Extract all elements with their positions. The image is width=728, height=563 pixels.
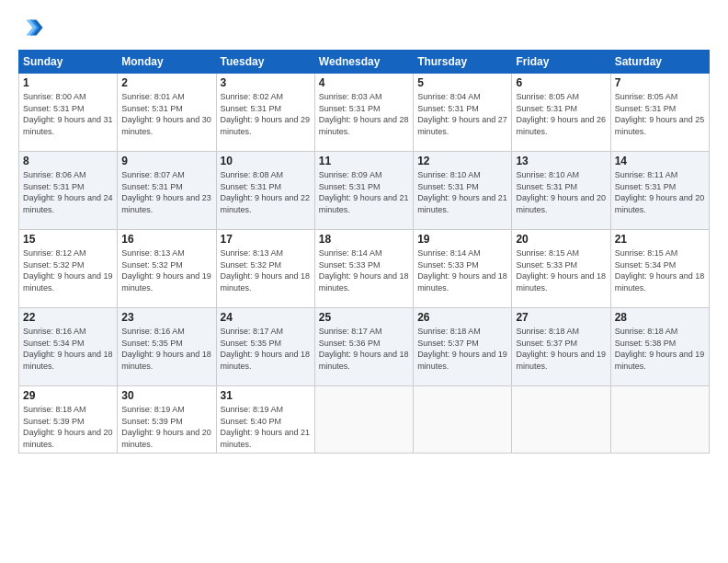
weekday-thursday: Thursday xyxy=(414,51,512,74)
day-info: Sunrise: 8:11 AM Sunset: 5:31 PM Dayligh… xyxy=(615,169,705,215)
day-number: 8 xyxy=(23,155,113,167)
day-number: 28 xyxy=(615,311,705,324)
calendar-body: 1 Sunrise: 8:00 AM Sunset: 5:31 PM Dayli… xyxy=(19,74,710,454)
day-info: Sunrise: 8:05 AM Sunset: 5:31 PM Dayligh… xyxy=(516,91,606,137)
calendar-cell: 27 Sunrise: 8:18 AM Sunset: 5:37 PM Dayl… xyxy=(512,308,610,386)
day-number: 24 xyxy=(221,311,311,324)
calendar-cell: 16 Sunrise: 8:13 AM Sunset: 5:32 PM Dayl… xyxy=(118,230,216,308)
day-info: Sunrise: 8:18 AM Sunset: 5:38 PM Dayligh… xyxy=(615,326,705,372)
day-info: Sunrise: 8:16 AM Sunset: 5:35 PM Dayligh… xyxy=(121,326,211,372)
calendar-cell: 29 Sunrise: 8:18 AM Sunset: 5:39 PM Dayl… xyxy=(19,386,118,454)
day-number: 31 xyxy=(221,389,311,402)
day-info: Sunrise: 8:14 AM Sunset: 5:33 PM Dayligh… xyxy=(319,247,409,293)
calendar-cell: 2 Sunrise: 8:01 AM Sunset: 5:31 PM Dayli… xyxy=(118,74,216,152)
calendar-cell xyxy=(314,386,413,454)
logo-icon xyxy=(18,15,44,40)
day-info: Sunrise: 8:04 AM Sunset: 5:31 PM Dayligh… xyxy=(417,91,507,137)
day-info: Sunrise: 8:15 AM Sunset: 5:33 PM Dayligh… xyxy=(516,247,606,293)
day-number: 12 xyxy=(417,155,507,167)
day-number: 21 xyxy=(615,233,705,246)
day-info: Sunrise: 8:13 AM Sunset: 5:32 PM Dayligh… xyxy=(121,247,211,293)
day-number: 18 xyxy=(319,233,409,246)
header xyxy=(18,15,710,40)
weekday-tuesday: Tuesday xyxy=(216,51,314,74)
weekday-header: SundayMondayTuesdayWednesdayThursdayFrid… xyxy=(19,51,710,74)
weekday-monday: Monday xyxy=(118,51,216,74)
day-number: 22 xyxy=(23,311,113,324)
calendar-cell: 6 Sunrise: 8:05 AM Sunset: 5:31 PM Dayli… xyxy=(512,74,610,152)
calendar-cell: 19 Sunrise: 8:14 AM Sunset: 5:33 PM Dayl… xyxy=(414,230,512,308)
day-info: Sunrise: 8:07 AM Sunset: 5:31 PM Dayligh… xyxy=(121,169,211,215)
calendar-cell: 5 Sunrise: 8:04 AM Sunset: 5:31 PM Dayli… xyxy=(414,74,512,152)
day-info: Sunrise: 8:10 AM Sunset: 5:31 PM Dayligh… xyxy=(417,169,507,215)
calendar-cell: 13 Sunrise: 8:10 AM Sunset: 5:31 PM Dayl… xyxy=(512,152,610,230)
calendar-cell: 14 Sunrise: 8:11 AM Sunset: 5:31 PM Dayl… xyxy=(610,152,709,230)
day-number: 25 xyxy=(319,311,409,324)
calendar-cell: 26 Sunrise: 8:18 AM Sunset: 5:37 PM Dayl… xyxy=(414,308,512,386)
day-number: 30 xyxy=(121,389,211,402)
day-number: 14 xyxy=(615,155,705,167)
day-info: Sunrise: 8:12 AM Sunset: 5:32 PM Dayligh… xyxy=(23,247,113,293)
day-info: Sunrise: 8:15 AM Sunset: 5:34 PM Dayligh… xyxy=(615,247,705,293)
day-number: 2 xyxy=(121,76,211,89)
day-info: Sunrise: 8:08 AM Sunset: 5:31 PM Dayligh… xyxy=(221,169,311,215)
day-number: 4 xyxy=(319,76,409,89)
calendar-cell: 18 Sunrise: 8:14 AM Sunset: 5:33 PM Dayl… xyxy=(314,230,413,308)
weekday-saturday: Saturday xyxy=(610,51,709,74)
page: SundayMondayTuesdayWednesdayThursdayFrid… xyxy=(0,0,728,563)
day-info: Sunrise: 8:17 AM Sunset: 5:35 PM Dayligh… xyxy=(221,326,311,372)
calendar-cell: 12 Sunrise: 8:10 AM Sunset: 5:31 PM Dayl… xyxy=(414,152,512,230)
day-info: Sunrise: 8:01 AM Sunset: 5:31 PM Dayligh… xyxy=(121,91,211,137)
day-number: 9 xyxy=(121,155,211,167)
day-number: 11 xyxy=(319,155,409,167)
calendar-cell: 3 Sunrise: 8:02 AM Sunset: 5:31 PM Dayli… xyxy=(216,74,314,152)
day-number: 16 xyxy=(121,233,211,246)
day-info: Sunrise: 8:19 AM Sunset: 5:39 PM Dayligh… xyxy=(121,404,211,450)
day-info: Sunrise: 8:18 AM Sunset: 5:37 PM Dayligh… xyxy=(417,326,507,372)
calendar-cell: 11 Sunrise: 8:09 AM Sunset: 5:31 PM Dayl… xyxy=(314,152,413,230)
calendar-cell: 20 Sunrise: 8:15 AM Sunset: 5:33 PM Dayl… xyxy=(512,230,610,308)
day-number: 3 xyxy=(221,76,311,89)
day-number: 23 xyxy=(121,311,211,324)
day-info: Sunrise: 8:17 AM Sunset: 5:36 PM Dayligh… xyxy=(319,326,409,372)
day-info: Sunrise: 8:05 AM Sunset: 5:31 PM Dayligh… xyxy=(615,91,705,137)
calendar-cell: 10 Sunrise: 8:08 AM Sunset: 5:31 PM Dayl… xyxy=(216,152,314,230)
calendar-cell: 24 Sunrise: 8:17 AM Sunset: 5:35 PM Dayl… xyxy=(216,308,314,386)
calendar-cell: 7 Sunrise: 8:05 AM Sunset: 5:31 PM Dayli… xyxy=(610,74,709,152)
day-info: Sunrise: 8:18 AM Sunset: 5:39 PM Dayligh… xyxy=(23,404,113,450)
day-number: 1 xyxy=(23,76,113,89)
day-number: 5 xyxy=(417,76,507,89)
calendar-cell: 4 Sunrise: 8:03 AM Sunset: 5:31 PM Dayli… xyxy=(314,74,413,152)
day-number: 10 xyxy=(221,155,311,167)
calendar-cell: 9 Sunrise: 8:07 AM Sunset: 5:31 PM Dayli… xyxy=(118,152,216,230)
day-info: Sunrise: 8:06 AM Sunset: 5:31 PM Dayligh… xyxy=(23,169,113,215)
day-number: 6 xyxy=(516,76,606,89)
day-number: 7 xyxy=(615,76,705,89)
weekday-sunday: Sunday xyxy=(19,51,118,74)
day-info: Sunrise: 8:19 AM Sunset: 5:40 PM Dayligh… xyxy=(221,404,311,450)
day-info: Sunrise: 8:02 AM Sunset: 5:31 PM Dayligh… xyxy=(221,91,311,137)
calendar-cell: 15 Sunrise: 8:12 AM Sunset: 5:32 PM Dayl… xyxy=(19,230,118,308)
logo xyxy=(18,15,46,40)
calendar-cell: 23 Sunrise: 8:16 AM Sunset: 5:35 PM Dayl… xyxy=(118,308,216,386)
calendar-cell: 17 Sunrise: 8:13 AM Sunset: 5:32 PM Dayl… xyxy=(216,230,314,308)
calendar-cell: 25 Sunrise: 8:17 AM Sunset: 5:36 PM Dayl… xyxy=(314,308,413,386)
calendar-cell xyxy=(512,386,610,454)
day-info: Sunrise: 8:18 AM Sunset: 5:37 PM Dayligh… xyxy=(516,326,606,372)
day-number: 15 xyxy=(23,233,113,246)
calendar-cell: 8 Sunrise: 8:06 AM Sunset: 5:31 PM Dayli… xyxy=(19,152,118,230)
day-info: Sunrise: 8:13 AM Sunset: 5:32 PM Dayligh… xyxy=(221,247,311,293)
weekday-wednesday: Wednesday xyxy=(314,51,413,74)
calendar-cell xyxy=(414,386,512,454)
weekday-friday: Friday xyxy=(512,51,610,74)
day-info: Sunrise: 8:16 AM Sunset: 5:34 PM Dayligh… xyxy=(23,326,113,372)
day-number: 20 xyxy=(516,233,606,246)
day-info: Sunrise: 8:14 AM Sunset: 5:33 PM Dayligh… xyxy=(417,247,507,293)
calendar-cell xyxy=(610,386,709,454)
day-info: Sunrise: 8:10 AM Sunset: 5:31 PM Dayligh… xyxy=(516,169,606,215)
day-info: Sunrise: 8:00 AM Sunset: 5:31 PM Dayligh… xyxy=(23,91,113,137)
calendar-cell: 21 Sunrise: 8:15 AM Sunset: 5:34 PM Dayl… xyxy=(610,230,709,308)
calendar-cell: 31 Sunrise: 8:19 AM Sunset: 5:40 PM Dayl… xyxy=(216,386,314,454)
day-number: 13 xyxy=(516,155,606,167)
day-number: 26 xyxy=(417,311,507,324)
